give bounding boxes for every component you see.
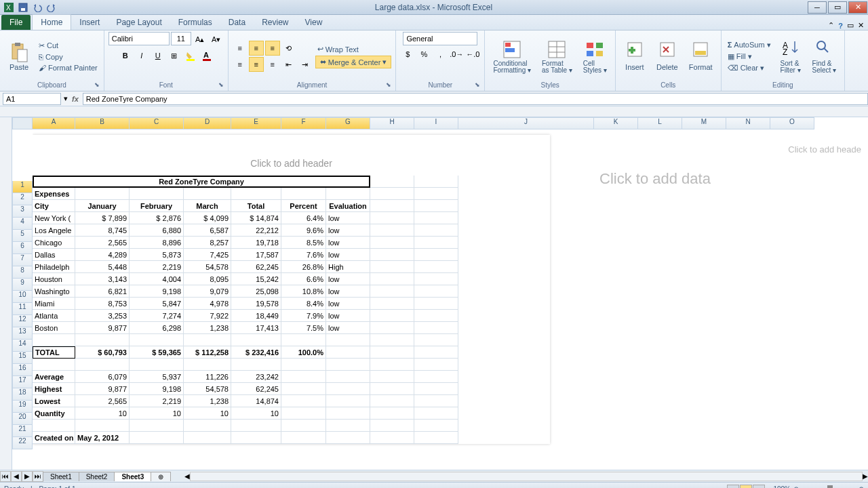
cell[interactable]: Miami <box>33 298 75 310</box>
col-header-f[interactable]: F <box>281 117 326 129</box>
cell[interactable]: 1,238 <box>184 395 231 407</box>
tab-insert[interactable]: Insert <box>71 15 108 30</box>
cell[interactable]: 6.4% <box>281 212 326 224</box>
redo-icon[interactable] <box>45 1 58 14</box>
orientation-icon[interactable]: ⟲ <box>281 41 296 56</box>
font-name-select[interactable] <box>108 32 170 45</box>
row-header-16[interactable]: 16 <box>12 364 33 376</box>
cell[interactable] <box>370 359 414 371</box>
align-top-icon[interactable]: ≡ <box>233 41 248 56</box>
cell[interactable]: February <box>130 200 184 212</box>
cell[interactable]: 5,448 <box>75 261 130 273</box>
cell[interactable] <box>130 188 184 200</box>
cell[interactable] <box>414 200 458 212</box>
border-button[interactable]: ⊞ <box>167 48 182 63</box>
cell[interactable] <box>370 298 414 310</box>
font-launcher[interactable]: ⬊ <box>218 81 226 89</box>
number-format-select[interactable] <box>403 32 477 45</box>
col-header-c[interactable]: C <box>130 117 184 129</box>
cell[interactable]: 4,289 <box>75 249 130 261</box>
minimize-ribbon-icon[interactable]: ⌃ <box>828 21 834 30</box>
cell[interactable]: 7,425 <box>184 249 231 261</box>
align-middle-icon[interactable]: ≡ <box>249 41 264 56</box>
cell[interactable]: low <box>326 285 370 298</box>
cell[interactable] <box>281 383 326 395</box>
cell[interactable] <box>370 420 414 432</box>
cell[interactable]: low <box>326 273 370 285</box>
help-icon[interactable]: ? <box>838 22 843 30</box>
cell[interactable]: March <box>184 200 231 212</box>
fill-color-button[interactable] <box>183 48 198 63</box>
last-sheet-button[interactable]: ⏭ <box>33 471 43 482</box>
cell[interactable] <box>370 237 414 249</box>
col-header-g[interactable]: G <box>326 117 370 129</box>
cell[interactable] <box>281 407 326 420</box>
cell[interactable] <box>414 212 458 224</box>
cell[interactable]: High <box>326 261 370 273</box>
align-bottom-icon[interactable]: ≡ <box>265 41 280 56</box>
col-header-n[interactable]: N <box>726 117 770 129</box>
row-header-22[interactable]: 22 <box>12 437 33 449</box>
name-box[interactable] <box>3 93 61 105</box>
row-header-12[interactable]: 12 <box>12 315 33 327</box>
cell[interactable]: 14,874 <box>231 395 281 407</box>
cell[interactable] <box>370 395 414 407</box>
cell[interactable]: Highest <box>33 383 75 395</box>
cell[interactable] <box>370 261 414 273</box>
cell[interactable]: $ 59,365 <box>130 346 184 359</box>
cell[interactable] <box>414 395 458 407</box>
cell[interactable] <box>184 432 231 444</box>
cell[interactable] <box>281 432 326 444</box>
row-header-11[interactable]: 11 <box>12 303 33 315</box>
cell[interactable] <box>414 346 458 359</box>
paste-button[interactable]: Paste <box>4 40 34 73</box>
cell[interactable]: 6,821 <box>75 285 130 298</box>
cell[interactable]: 6,079 <box>75 371 130 383</box>
cell[interactable]: 8,896 <box>130 237 184 249</box>
merge-center-button[interactable]: ⬌Merge & Center▾ <box>315 56 392 68</box>
cut-button[interactable]: ✂Cut <box>37 41 100 51</box>
cell[interactable]: 23,242 <box>231 371 281 383</box>
col-header-j[interactable]: J <box>458 117 594 129</box>
cell[interactable]: 7,922 <box>184 310 231 322</box>
cell[interactable] <box>414 371 458 383</box>
cell[interactable] <box>75 188 130 200</box>
clear-button[interactable]: ⌫ Clear ▾ <box>726 63 773 73</box>
restore-window-icon[interactable]: ▭ <box>847 21 854 30</box>
tab-view[interactable]: View <box>297 15 331 30</box>
cell[interactable]: low <box>326 322 370 334</box>
cell[interactable] <box>414 298 458 310</box>
cell[interactable]: $ 2,876 <box>130 212 184 224</box>
row-header-8[interactable]: 8 <box>12 266 33 279</box>
col-header-h[interactable]: H <box>370 117 414 129</box>
cell[interactable]: Atlanta <box>33 310 75 322</box>
cell[interactable]: Washingto <box>33 285 75 298</box>
cell[interactable] <box>281 371 326 383</box>
cell[interactable]: 8.5% <box>281 237 326 249</box>
cell[interactable] <box>231 420 281 432</box>
title-cell[interactable]: Red ZoneTyre Company <box>33 176 370 188</box>
cell[interactable]: Philadelph <box>33 261 75 273</box>
cell[interactable] <box>75 334 130 346</box>
cell[interactable] <box>370 322 414 334</box>
cell[interactable] <box>326 346 370 359</box>
tab-review[interactable]: Review <box>254 15 296 30</box>
save-icon[interactable] <box>17 1 29 14</box>
cell[interactable] <box>370 249 414 261</box>
col-header-m[interactable]: M <box>682 117 726 129</box>
cell[interactable] <box>370 310 414 322</box>
cell[interactable]: $ 7,899 <box>75 212 130 224</box>
cell[interactable] <box>414 237 458 249</box>
side-header-placeholder[interactable]: Click to add heade <box>788 144 814 155</box>
new-sheet-button[interactable]: ⊕ <box>151 472 171 481</box>
sheet-tab-3[interactable]: Sheet3 <box>114 472 151 481</box>
cell[interactable]: Boston <box>33 322 75 334</box>
cell[interactable] <box>370 371 414 383</box>
cell[interactable]: 9,198 <box>130 383 184 395</box>
cell[interactable]: 9.6% <box>281 224 326 237</box>
cell[interactable]: 4,004 <box>130 273 184 285</box>
tab-home[interactable]: Home <box>32 14 71 30</box>
row-header-6[interactable]: 6 <box>12 242 33 254</box>
horizontal-scrollbar[interactable]: ◀▶ <box>184 472 868 481</box>
cell[interactable] <box>370 334 414 346</box>
